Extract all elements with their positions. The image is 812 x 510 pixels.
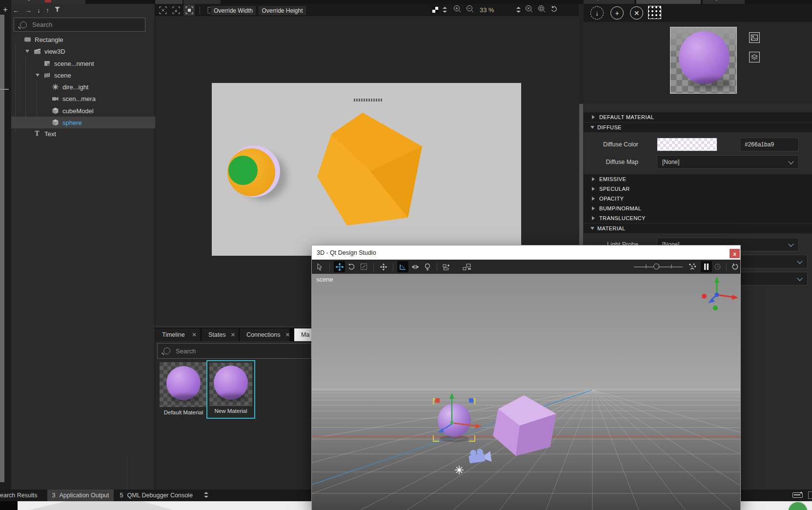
floating-3d-window[interactable]: 3D - Qt Design Studio x: [312, 245, 740, 510]
navigator-search-input[interactable]: [31, 20, 138, 29]
section-specular[interactable]: SPECULAR: [584, 184, 812, 194]
section-default-material[interactable]: DEFAULT MATERIAL: [584, 112, 812, 122]
zoom-in-icon[interactable]: [453, 5, 462, 15]
canvas-cube-item[interactable]: [312, 107, 427, 231]
camera-mode-icon[interactable]: [441, 261, 452, 272]
select-tool-icon[interactable]: [314, 261, 325, 272]
diffuse-color-swatch[interactable]: [657, 138, 717, 151]
tree-item-text[interactable]: T Text: [11, 128, 155, 140]
section-opacity[interactable]: OPACITY: [584, 194, 812, 204]
snap-angle-icon[interactable]: [397, 261, 408, 272]
material-preview[interactable]: [670, 27, 737, 94]
particles-icon[interactable]: [687, 261, 698, 272]
tree-item-directional-light[interactable]: dire...ight: [11, 81, 155, 93]
statusbar-qml-debugger[interactable]: 5 QML Debugger Console: [116, 490, 197, 501]
tab-material-browser[interactable]: Ma: [294, 328, 312, 341]
tree-item-scene[interactable]: scene: [11, 69, 155, 81]
show-bounds-none-icon[interactable]: [157, 4, 168, 16]
material-tile-default[interactable]: Default Material: [160, 362, 207, 415]
nav-move-up-icon[interactable]: ↑: [46, 6, 49, 14]
reset-view-icon[interactable]: [550, 5, 558, 15]
zoom-spinner[interactable]: [516, 6, 521, 15]
tree-item-cubemodel[interactable]: cubeModel: [11, 105, 155, 117]
navigator-search[interactable]: [14, 18, 145, 32]
move-tool-icon[interactable]: [334, 261, 345, 272]
close-icon[interactable]: ✕: [285, 331, 290, 338]
add-material-button[interactable]: +: [610, 6, 624, 20]
slider-handle[interactable]: [653, 264, 659, 269]
statusbar-expand-spinner[interactable]: [204, 491, 208, 500]
section-emissive[interactable]: EMISSIVE: [584, 174, 812, 184]
tab-states[interactable]: States✕: [202, 328, 239, 341]
section-translucency[interactable]: TRANSLUCENCY: [584, 213, 812, 224]
nav-forward-icon[interactable]: →: [25, 6, 32, 14]
tree-item-sphere[interactable]: sphere: [11, 117, 155, 128]
expander-icon[interactable]: [36, 74, 40, 77]
section-material[interactable]: MATERIAL: [584, 224, 812, 234]
nav-back-icon[interactable]: ←: [13, 6, 20, 14]
tab-material-editor[interactable]: Material Editor: [636, 0, 701, 4]
tab-2d[interactable]: 2D: [155, 0, 183, 4]
scale-tool-icon[interactable]: [358, 261, 369, 272]
tree-item-view3d[interactable]: view3D: [11, 45, 155, 57]
zoom-all-icon[interactable]: [525, 5, 533, 15]
tree-item-scene-camera[interactable]: scen...mera: [11, 93, 155, 104]
zoom-selection-icon[interactable]: [538, 5, 546, 15]
canvas-text-item[interactable]: [354, 99, 382, 102]
tab-code[interactable]: Code: [183, 0, 221, 4]
statusbar-application-output[interactable]: 3 Application Output: [47, 490, 113, 501]
local-global-icon[interactable]: [409, 261, 421, 272]
tree-item-rectangle[interactable]: Rectangle: [11, 34, 155, 45]
fit-selected-icon[interactable]: [378, 261, 389, 272]
close-icon[interactable]: ✕: [230, 331, 235, 338]
background-spinner[interactable]: [443, 6, 447, 15]
tab-timeline[interactable]: Timeline✕: [155, 328, 201, 341]
zoom-level-value[interactable]: 33 %: [480, 6, 494, 14]
camera-speed-slider[interactable]: [634, 260, 683, 274]
camera-icon: [51, 95, 59, 102]
left-rail-scrollbar[interactable]: [0, 15, 4, 482]
material-search-input[interactable]: [175, 347, 299, 355]
expander-icon[interactable]: [25, 50, 29, 53]
delete-material-button[interactable]: ✕: [630, 6, 643, 20]
viewport-3d[interactable]: scene: [312, 274, 740, 510]
tab-properties[interactable]: Properties: [584, 0, 634, 4]
statusbar-progress-widget[interactable]: [792, 492, 803, 498]
rotate-tool-icon[interactable]: [346, 261, 357, 272]
material-browser-grid-button[interactable]: [648, 6, 661, 19]
override-width-button[interactable]: Override Width: [211, 6, 256, 15]
tree-item-scene-environment[interactable]: scene...nment: [11, 58, 155, 69]
preview-model-button[interactable]: [749, 52, 760, 62]
statusbar-partial-button[interactable]: [808, 491, 812, 499]
tab-projects[interactable]: Projects: [703, 0, 745, 4]
diffuse-color-hex-field[interactable]: #266a1ba9: [740, 138, 799, 151]
zoom-out-icon[interactable]: [466, 5, 474, 15]
x-icon: ✕: [634, 9, 640, 17]
diffuse-map-dropdown[interactable]: [None]: [657, 155, 799, 169]
filter-icon[interactable]: [55, 6, 61, 14]
reset-3d-view-icon[interactable]: [730, 261, 740, 272]
add-panel-button[interactable]: +: [1, 5, 10, 14]
nav-move-down-icon[interactable]: ↓: [37, 6, 41, 14]
tab-connections[interactable]: Connections✕: [240, 328, 289, 341]
material-tile-new-selected[interactable]: New Material: [206, 360, 255, 419]
preview-environment-button[interactable]: [749, 32, 760, 43]
section-diffuse[interactable]: DIFFUSE: [584, 122, 812, 133]
background-checker-icon[interactable]: [432, 6, 438, 15]
edit-light-icon[interactable]: [422, 261, 433, 272]
section-bump-normal[interactable]: BUMP/NORMAL: [584, 204, 812, 214]
window-titlebar[interactable]: 3D - Qt Design Studio x: [312, 245, 740, 260]
override-height-button[interactable]: Override Height: [259, 6, 306, 15]
show-bounds-text-icon[interactable]: A: [170, 4, 182, 16]
cube-icon: [51, 107, 59, 114]
close-icon[interactable]: ✕: [192, 331, 197, 338]
statusbar-search-results[interactable]: earch Results: [0, 490, 41, 501]
apply-material-button[interactable]: ↓: [590, 6, 604, 20]
pause-particles-icon[interactable]: [701, 261, 712, 272]
restart-particles-icon[interactable]: [712, 261, 723, 272]
view-options-icon[interactable]: [461, 261, 472, 272]
show-bounds-all-icon[interactable]: [183, 4, 195, 16]
window-close-button[interactable]: x: [730, 249, 740, 258]
material-browser-search[interactable]: [157, 343, 311, 359]
scrollbar-thumb[interactable]: [579, 104, 583, 245]
